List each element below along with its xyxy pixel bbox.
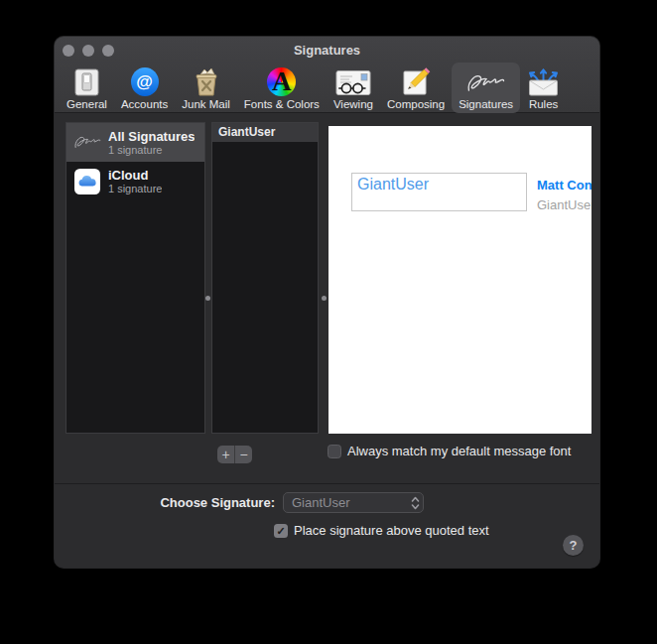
tab-label: Composing [387,98,445,110]
pencil-page-icon [401,65,431,96]
popup-selected-value: GiantUser [284,495,407,510]
match-font-checkbox[interactable] [328,445,341,458]
signature-edit-field[interactable]: GiantUser [351,173,527,211]
tab-label: Rules [529,98,558,110]
signature-name-list: GiantUser [211,122,319,434]
account-title: iCloud [108,168,162,183]
signatures-preferences-window: Signatures General @ Accounts [55,37,599,568]
envelope-glasses-icon [335,65,371,96]
list-item-all-signatures[interactable]: All Signatures 1 signature [66,123,204,162]
place-above-checkbox[interactable]: ✓ [274,524,288,538]
signature-icon [71,134,103,151]
account-subtitle: 1 signature [108,183,162,195]
choose-signature-label: Choose Signature: [55,495,275,510]
list-item-signature[interactable]: GiantUser [212,123,318,142]
chevron-up-down-icon [407,496,423,510]
match-font-option: Always match my default message font [328,444,571,458]
tab-label: Fonts & Colors [244,98,320,110]
add-remove-control: + − [217,446,252,463]
tab-label: Signatures [459,98,513,110]
window-title: Signatures [55,43,599,58]
tab-viewing[interactable]: Viewing [327,63,380,113]
at-sign-icon: @ [131,65,159,96]
trash-icon [192,65,221,96]
help-button[interactable]: ? [563,535,584,556]
preferences-toolbar: General @ Accounts Junk Mail A [60,60,599,113]
rainbow-letter-icon: A [267,65,296,96]
list-item-icloud[interactable]: iCloud 1 signature [66,162,204,200]
tab-composing[interactable]: Composing [380,63,452,113]
tab-accounts[interactable]: @ Accounts [114,63,175,113]
signature-preview: GiantUser Matt Cone GiantUser.c [328,126,591,434]
tab-junk-mail[interactable]: Junk Mail [175,63,237,113]
match-font-label: Always match my default message font [347,444,571,458]
account-subtitle: 1 signature [108,144,195,157]
icloud-icon [71,169,103,194]
switch-icon [74,65,99,96]
splitter-handle[interactable] [322,296,327,301]
title-bar: Signatures General @ Accounts [55,37,599,113]
splitter-handle[interactable] [205,296,210,301]
accounts-list: All Signatures 1 signature iCloud 1 sign… [66,122,205,434]
tab-label: General [66,98,107,110]
place-above-label: Place signature above quoted text [294,523,489,538]
add-signature-button[interactable]: + [217,446,235,463]
tab-general[interactable]: General [60,63,114,113]
place-above-option: ✓ Place signature above quoted text [274,523,489,538]
contact-detail: GiantUser.c [537,197,591,212]
signature-scribble-icon [464,65,508,96]
tab-fonts-colors[interactable]: A Fonts & Colors [237,63,327,113]
tab-rules[interactable]: Rules [520,63,567,113]
tab-signatures[interactable]: Signatures [452,63,520,113]
tab-label: Junk Mail [182,98,230,110]
tab-label: Accounts [121,98,168,110]
section-divider [55,483,599,484]
contact-name: Matt Cone [537,178,591,193]
account-title: All Signatures [108,129,195,144]
choose-signature-popup[interactable]: GiantUser [283,492,424,513]
remove-signature-button[interactable]: − [235,446,252,463]
envelope-arrows-icon [527,65,560,96]
tab-label: Viewing [333,98,373,110]
